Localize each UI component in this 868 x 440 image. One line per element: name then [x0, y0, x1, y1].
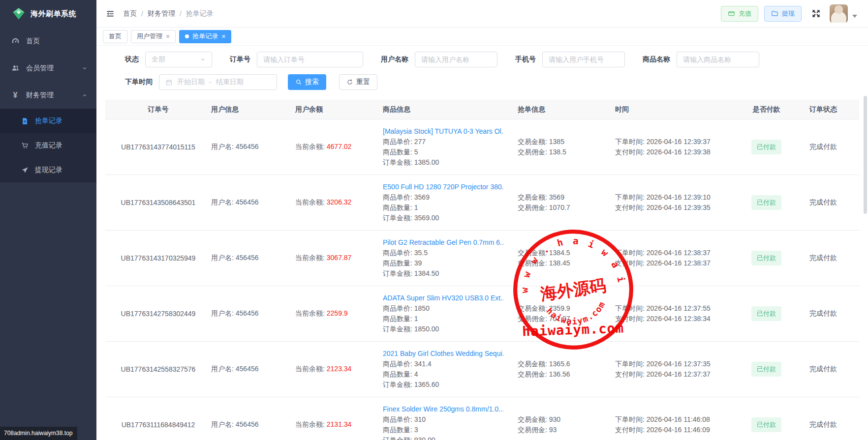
order-time-value: 2026-04-16 12:39:37 — [647, 138, 711, 146]
reset-button[interactable]: 重置 — [339, 74, 377, 90]
cell-order-no: UB17763111684849412 — [105, 421, 211, 429]
product-link[interactable]: ADATA Super Slim HV320 USB3.0 Ext... — [383, 293, 503, 303]
close-icon[interactable]: × — [166, 33, 170, 40]
pay-time-label: 支付时间: — [615, 204, 645, 211]
commission-line: 交易佣金: 93 — [518, 425, 615, 435]
product-name-field — [677, 52, 759, 67]
order-time-label: 下单时间: — [615, 415, 645, 423]
pay-time-value: 2026-04-16 12:38:37 — [647, 259, 711, 267]
order-amount-label: 订单金额: — [383, 214, 412, 222]
order-amount-value: 1365.60 — [414, 381, 439, 388]
withdraw-button[interactable]: 提现 — [764, 6, 802, 22]
product-link[interactable]: 2021 Baby Girl Clothes Wedding Sequi... — [383, 349, 503, 359]
username-input[interactable] — [421, 56, 491, 63]
order-no-input[interactable] — [263, 56, 357, 63]
cell-user-balance: 当前余额: 4677.02 — [295, 143, 383, 151]
tab-home[interactable]: 首页 — [103, 30, 127, 43]
document-icon — [21, 117, 29, 125]
quantity-label: 商品数量: — [383, 426, 412, 434]
table-row: UB17763143508643501 用户名: 456456 当前余额: 32… — [105, 175, 859, 231]
unit-price-line: 商品单价: 1850 — [383, 303, 518, 314]
user-avatar[interactable] — [830, 4, 848, 23]
cell-product-info: 2021 Baby Girl Clothes Wedding Sequi... … — [383, 349, 518, 390]
recharge-button[interactable]: 充值 — [721, 6, 758, 22]
fullscreen-icon[interactable] — [811, 9, 821, 18]
order-status-text: 完成付款 — [809, 254, 837, 262]
sidebar-menu: 首页 会员管理 ¥ 财务管理 — [0, 28, 96, 182]
order-status-text: 完成付款 — [809, 420, 837, 428]
trade-amount-label: 交易金额: — [518, 304, 547, 312]
unit-price-line: 商品单价: 35.5 — [383, 248, 518, 258]
cell-grab-info: 交易金额: 1365.6 交易佣金: 136.56 — [518, 359, 615, 380]
phone-input[interactable] — [549, 56, 619, 63]
product-link[interactable]: E500 Full HD 1280 720P Projector 380... — [383, 182, 503, 192]
user-value: 456456 — [236, 254, 259, 262]
sidebar-item-members[interactable]: 会员管理 — [0, 55, 96, 82]
user-menu-caret-icon[interactable] — [852, 15, 857, 18]
cell-paid: 已付款 — [738, 362, 795, 377]
status-select[interactable]: 全部 — [145, 52, 212, 67]
col-product-info: 商品信息 — [383, 105, 518, 114]
breadcrumb: 首页 / 财务管理 / 抢单记录 — [123, 9, 214, 18]
tab-user-management[interactable]: 用户管理 × — [131, 30, 176, 43]
vertical-scrollbar[interactable] — [864, 96, 867, 214]
breadcrumb-home[interactable]: 首页 — [123, 9, 137, 18]
order-time-line: 下单时间: 2026-04-16 12:39:10 — [615, 192, 738, 203]
product-name-input[interactable] — [683, 56, 753, 63]
balance-label: 当前余额: — [295, 254, 325, 262]
order-time-value: 2026-04-16 12:37:35 — [647, 360, 711, 368]
cell-order-status: 完成付款 — [795, 198, 852, 207]
cell-order-status: 完成付款 — [795, 365, 852, 374]
cell-grab-info: 交易金额: 930 交易佣金: 93 — [518, 414, 615, 435]
order-amount-label: 订单金额: — [383, 381, 412, 388]
unit-price-line: 商品单价: 3569 — [383, 192, 518, 203]
paid-badge: 已付款 — [751, 417, 781, 432]
product-link[interactable]: Finex Solder Wire 250gms 0.8mm/1.0... — [383, 404, 503, 414]
filter-row-2: 下单时间 开始日期 - 结束日期 搜索 — [125, 74, 859, 90]
table-row: UB17763142758302449 用户名: 456456 当前余额: 22… — [105, 286, 859, 342]
content-area: 状态 全部 订单号 用户名称 — [96, 46, 868, 440]
status-url-tooltip: 708admin.haiwaiym38.top — [0, 427, 77, 440]
pay-time-label: 支付时间: — [615, 370, 645, 378]
balance-label: 当前余额: — [295, 143, 325, 150]
trade-amount-label: 交易金额: — [518, 138, 547, 146]
commission-label: 交易佣金: — [518, 315, 547, 323]
app-title: 海外刷单系统 — [31, 9, 76, 19]
sidebar-item-label: 抢单记录 — [35, 117, 62, 125]
cell-paid: 已付款 — [738, 306, 795, 321]
product-link[interactable]: Pilot G2 Retractable Gel Pen 0.7mm 6... — [383, 237, 503, 248]
balance-value: 2259.9 — [327, 309, 348, 317]
product-link[interactable]: [Malaysia Stock] TUTUYA 0-3 Years Ol... — [383, 126, 503, 137]
commission-line: 交易佣金: 138.5 — [518, 147, 615, 157]
commission-line: 交易佣金: 136.56 — [518, 369, 615, 380]
user-label: 用户名: — [211, 365, 234, 373]
cell-product-info: [Malaysia Stock] TUTUYA 0-3 Years Ol... … — [383, 126, 518, 168]
menu-collapse-icon[interactable] — [105, 9, 115, 19]
date-range-picker[interactable]: 开始日期 - 结束日期 — [159, 74, 277, 90]
sidebar-item-withdraw-records[interactable]: 提现记录 — [0, 158, 96, 182]
balance-label: 当前余额: — [295, 198, 325, 206]
balance-value: 2123.34 — [327, 365, 352, 373]
sidebar-item-grab-records[interactable]: 抢单记录 — [0, 109, 96, 133]
close-icon[interactable]: × — [221, 33, 225, 40]
sidebar-item-home[interactable]: 首页 — [0, 28, 96, 55]
dashboard-icon — [11, 37, 20, 45]
status-select-value: 全部 — [152, 55, 165, 64]
cell-order-status: 完成付款 — [795, 420, 852, 429]
trade-amount-label: 交易金额: — [518, 193, 547, 201]
commission-value: 138.5 — [549, 148, 566, 156]
sidebar-item-finance[interactable]: ¥ 财务管理 — [0, 82, 96, 109]
search-icon — [295, 79, 302, 86]
pay-time-value: 2026-04-16 12:38:34 — [647, 315, 711, 323]
pay-time-line: 支付时间: 2026-04-16 12:39:38 — [615, 147, 738, 157]
cell-grab-info: 交易金额: 2359.9 交易佣金: 707.97 — [518, 303, 615, 324]
breadcrumb-finance[interactable]: 财务管理 — [148, 9, 175, 18]
sidebar-item-recharge-records[interactable]: 充值记录 — [0, 133, 96, 158]
search-button[interactable]: 搜索 — [288, 74, 326, 90]
quantity-value: 4 — [414, 370, 418, 378]
commission-label: 交易佣金: — [518, 370, 547, 378]
cell-order-no: UB17763143774015115 — [105, 143, 211, 151]
trade-amount-value: 930 — [549, 415, 560, 423]
tab-grab-records[interactable]: 抢单记录 × — [179, 30, 231, 43]
yen-icon: ¥ — [11, 91, 20, 100]
